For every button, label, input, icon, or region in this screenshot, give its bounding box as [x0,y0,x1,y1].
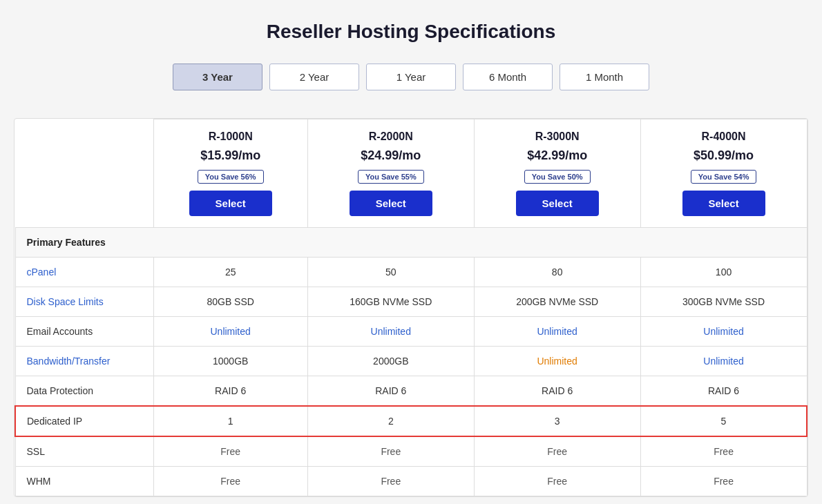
feature-value: Free [153,467,307,496]
feature-value: 160GB NVMe SSD [307,287,474,317]
plan-header-r-2000n: R-2000N $24.99/mo You Save 55% Select [307,119,474,228]
save-badge: You Save 50% [524,170,591,184]
plan-header-r-3000n: R-3000N $42.99/mo You Save 50% Select [474,119,640,228]
plan-name: R-2000N [315,130,467,143]
plan-price: $24.99/mo [315,148,467,163]
feature-value: 5 [640,406,807,436]
feature-value: 300GB NVMe SSD [640,287,807,317]
section-header-label: Primary Features [15,228,807,258]
table-row: Dedicated IP1235 [15,406,807,436]
save-badge: You Save 56% [198,170,264,184]
save-badge: You Save 55% [358,170,424,184]
feature-value: 2 [307,406,474,436]
feature-value: Unlimited [474,347,640,376]
feature-value: 3 [474,406,640,436]
feature-name: SSL [15,436,153,467]
table-row: Disk Space Limits80GB SSD160GB NVMe SSD2… [15,287,807,317]
features-body: Primary FeaturescPanel255080100Disk Spac… [15,228,807,496]
feature-value: RAID 6 [640,376,807,407]
period-tab-1month[interactable]: 1 Month [560,64,649,90]
feature-value: Unlimited [640,347,807,376]
feature-value: Free [153,436,307,467]
feature-link[interactable]: cPanel [27,266,57,278]
feature-value: Free [474,436,640,467]
plan-price: $42.99/mo [481,148,633,163]
select-button-r-3000n[interactable]: Select [516,191,599,216]
feature-value: Free [640,436,807,467]
feature-name: Dedicated IP [15,406,153,436]
plan-header-r-1000n: R-1000N $15.99/mo You Save 56% Select [153,119,307,228]
select-button-r-2000n[interactable]: Select [350,191,432,216]
feature-value: Free [640,467,807,496]
feature-value: Free [307,436,474,467]
table-row: Bandwidth/Transfer1000GB2000GBUnlimitedU… [15,347,807,376]
feature-link[interactable]: Disk Space Limits [27,296,104,307]
feature-name: cPanel [15,258,153,287]
feature-value: 80 [474,258,640,287]
plan-name: R-3000N [481,130,633,143]
plan-name: R-1000N [161,130,300,143]
table-row: WHMFreeFreeFreeFree [15,467,807,496]
feature-value: 2000GB [307,347,474,376]
feature-value: Free [307,467,474,496]
plan-header-r-4000n: R-4000N $50.99/mo You Save 54% Select [640,119,807,228]
feature-link[interactable]: Bandwidth/Transfer [27,356,111,367]
period-tab-3year[interactable]: 3 Year [173,64,262,90]
plan-price: $15.99/mo [161,148,300,163]
feature-value: RAID 6 [307,376,474,407]
feature-value: 1 [153,406,307,436]
table-row: Data ProtectionRAID 6RAID 6RAID 6RAID 6 [15,376,807,407]
pricing-table: R-1000N $15.99/mo You Save 56% Select R-… [15,119,807,496]
pricing-table-wrapper: R-1000N $15.99/mo You Save 56% Select R-… [14,118,808,497]
feature-value: Unlimited [307,317,474,347]
feature-value: 80GB SSD [153,287,307,317]
feature-value: RAID 6 [153,376,307,407]
page-title: Reseller Hosting Specifications [14,21,808,43]
feature-name: Email Accounts [15,317,153,347]
feature-name: Data Protection [15,376,153,407]
table-row: SSLFreeFreeFreeFree [15,436,807,467]
feature-value: RAID 6 [474,376,640,407]
table-row: Email AccountsUnlimitedUnlimitedUnlimite… [15,317,807,347]
feature-value: 25 [153,258,307,287]
plan-header-row: R-1000N $15.99/mo You Save 56% Select R-… [15,119,807,228]
plan-price: $50.99/mo [648,148,800,163]
save-badge: You Save 54% [691,170,757,184]
feature-value: Unlimited [640,317,807,347]
select-button-r-4000n[interactable]: Select [682,191,765,216]
feature-name: WHM [15,467,153,496]
period-tab-6month[interactable]: 6 Month [463,64,553,90]
period-tab-1year[interactable]: 1 Year [366,64,456,90]
table-row: cPanel255080100 [15,258,807,287]
feature-name: Bandwidth/Transfer [15,347,153,376]
feature-value: 1000GB [153,347,307,376]
feature-value: 50 [307,258,474,287]
plan-name: R-4000N [648,130,800,143]
feature-value: Unlimited [153,317,307,347]
feature-value: 200GB NVMe SSD [474,287,640,317]
empty-header [15,119,153,228]
feature-name: Disk Space Limits [15,287,153,317]
feature-value: Free [474,467,640,496]
feature-value: Unlimited [474,317,640,347]
section-header-row: Primary Features [15,228,807,258]
period-tabs-container: 3 Year2 Year1 Year6 Month1 Month [14,64,808,90]
select-button-r-1000n[interactable]: Select [189,191,272,216]
period-tab-2year[interactable]: 2 Year [269,64,359,90]
feature-value: 100 [640,258,807,287]
